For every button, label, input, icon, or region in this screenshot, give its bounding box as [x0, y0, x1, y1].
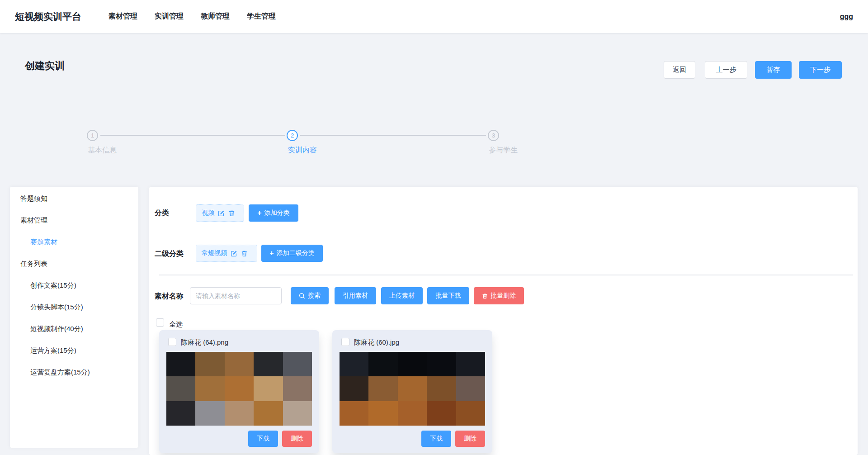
- app-logo[interactable]: 短视频实训平台: [15, 0, 81, 33]
- material-checkbox[interactable]: [341, 338, 349, 346]
- nav-item-material[interactable]: 素材管理: [108, 12, 137, 21]
- quote-material-button[interactable]: 引用素材: [335, 287, 376, 304]
- upload-material-button[interactable]: 上传素材: [381, 287, 423, 304]
- select-all-label: 全选: [169, 320, 183, 329]
- sidebar-item-contest-material[interactable]: 赛题素材: [10, 231, 138, 253]
- top-navbar: 短视频实训平台 素材管理 实训管理 教师管理 学生管理 ggg: [0, 0, 868, 33]
- material-card: 陈麻花 (60).jpg 下载 删除: [332, 330, 492, 453]
- batch-download-button[interactable]: 批量下载: [427, 287, 469, 304]
- trash-icon[interactable]: [228, 210, 235, 217]
- add-category-label: 添加分类: [264, 209, 290, 217]
- material-checkbox[interactable]: [168, 338, 176, 346]
- step-label-participants: 参与学生: [489, 146, 518, 155]
- previous-step-button[interactable]: 上一步: [705, 61, 747, 79]
- delete-button[interactable]: 删除: [282, 431, 312, 447]
- search-label: 搜索: [308, 292, 321, 300]
- select-all-checkbox[interactable]: [156, 318, 164, 327]
- trash-icon: [482, 293, 488, 299]
- user-menu[interactable]: ggg: [840, 0, 853, 33]
- next-step-button[interactable]: 下一步: [799, 61, 842, 79]
- add-subcategory-label: 添加二级分类: [277, 249, 315, 257]
- step-label-basic-info: 基本信息: [88, 146, 117, 155]
- sidebar-item-copywriting[interactable]: 创作文案(15分): [10, 275, 138, 296]
- edit-icon[interactable]: [231, 250, 237, 257]
- step-circle-1: 1: [87, 130, 98, 141]
- step-connector: [300, 135, 486, 136]
- sidebar-item-operation-review[interactable]: 运营复盘方案(15分): [10, 361, 138, 383]
- sidebar-item-material-management[interactable]: 素材管理: [10, 209, 138, 231]
- search-button[interactable]: 搜索: [291, 287, 329, 304]
- main-panel: 分类 视频 + 添加分类 二级分类 常规视频 + 添加二级分类 素材名称: [149, 187, 858, 455]
- subcategory-label: 二级分类: [155, 249, 184, 259]
- sidebar-item-operation-plan[interactable]: 运营方案(15分): [10, 340, 138, 361]
- category-tag: 视频: [196, 204, 244, 222]
- category-tag-text: 视频: [202, 209, 214, 217]
- nav-item-student[interactable]: 学生管理: [247, 12, 276, 21]
- material-name-input[interactable]: [190, 287, 282, 304]
- trash-icon[interactable]: [241, 250, 248, 257]
- add-category-button[interactable]: + 添加分类: [249, 204, 298, 222]
- category-label: 分类: [155, 209, 169, 218]
- delete-button[interactable]: 删除: [455, 431, 485, 447]
- material-title: 陈麻花 (60).jpg: [354, 338, 399, 347]
- sidebar-item-task-list[interactable]: 任务列表: [10, 253, 138, 275]
- download-button[interactable]: 下载: [248, 431, 278, 447]
- add-subcategory-button[interactable]: + 添加二级分类: [261, 245, 323, 262]
- page-title: 创建实训: [25, 59, 65, 73]
- material-card: 陈麻花 (64).png 下载 删除: [159, 330, 319, 453]
- sidebar-item-storyboard[interactable]: 分镜头脚本(15分): [10, 296, 138, 318]
- material-title: 陈麻花 (64).png: [181, 338, 228, 347]
- batch-delete-label: 批量删除: [491, 292, 516, 300]
- download-button[interactable]: 下载: [421, 431, 451, 447]
- material-thumbnail[interactable]: [166, 352, 312, 426]
- step-connector: [100, 135, 285, 136]
- search-icon: [299, 293, 305, 299]
- batch-delete-button[interactable]: 批量删除: [474, 287, 524, 304]
- step-circle-2: 2: [287, 130, 298, 141]
- plus-icon: +: [269, 250, 274, 257]
- section-divider: [159, 275, 853, 275]
- edit-icon[interactable]: [218, 210, 225, 217]
- subcategory-tag-text: 常规视频: [202, 249, 227, 257]
- nav-item-teacher[interactable]: 教师管理: [201, 12, 230, 21]
- save-draft-button[interactable]: 暂存: [755, 61, 792, 79]
- sidebar-item-answer-notes[interactable]: 答题须知: [10, 188, 138, 209]
- step-label-training-content: 实训内容: [288, 146, 317, 155]
- step-circle-3: 3: [488, 130, 499, 141]
- back-button[interactable]: 返回: [664, 61, 695, 79]
- material-name-label: 素材名称: [155, 292, 184, 301]
- nav-item-training[interactable]: 实训管理: [155, 12, 184, 21]
- main-nav: 素材管理 实训管理 教师管理 学生管理: [108, 0, 276, 33]
- subcategory-tag: 常规视频: [196, 245, 257, 262]
- sidebar: 答题须知 素材管理 赛题素材 任务列表 创作文案(15分) 分镜头脚本(15分)…: [10, 187, 138, 448]
- sidebar-item-video-production[interactable]: 短视频制作(40分): [10, 318, 138, 340]
- material-thumbnail[interactable]: [340, 352, 485, 426]
- plus-icon: +: [257, 209, 261, 217]
